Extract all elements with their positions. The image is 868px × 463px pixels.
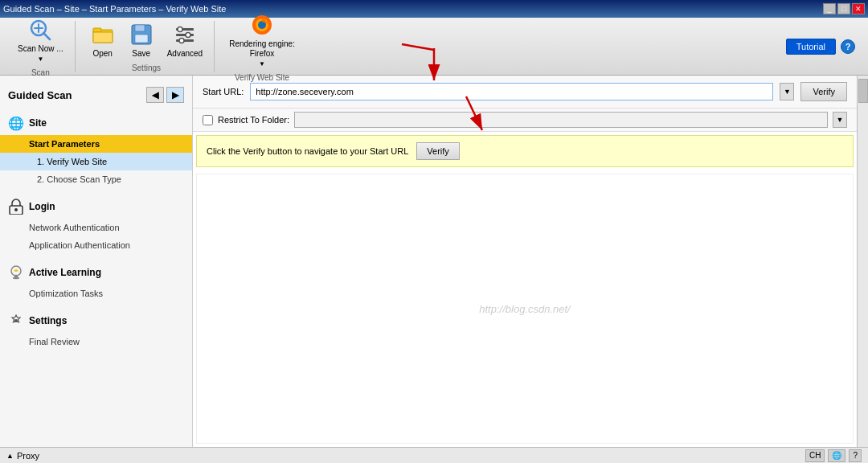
login-icon [8,199,24,215]
open-label: Open [92,49,112,59]
login-section-header: Login [0,195,192,219]
scan-now-label: Scan Now ...▼ [18,44,63,64]
svg-rect-5 [93,28,101,32]
scan-group-label: Scan [31,68,50,77]
sidebar: Guided Scan ◀ ▶ 🌐 Site Start Parameters … [0,76,193,447]
active-learning-section-header: Active Learning [0,260,192,285]
save-icon [129,22,154,47]
save-label: Save [132,49,150,59]
scan-now-button[interactable]: Scan Now ...▼ [13,15,68,65]
url-input[interactable] [250,83,773,100]
maximize-button[interactable]: □ [837,3,850,14]
svg-line-1 [43,33,50,39]
open-icon [90,22,116,47]
verify-group-label: Verify Web Site [235,73,289,82]
advanced-button[interactable]: Advanced [162,20,207,60]
proxy-bar: ▲ Proxy CH 🌐 ? [0,447,868,463]
status-bar-right: CH 🌐 ? [805,449,862,462]
settings-group-label: Settings [132,64,161,72]
proxy-arrow-icon: ▲ [6,452,14,460]
optimization-tasks-item[interactable]: Optimization Tasks [0,285,192,302]
title-bar-buttons: _ □ ✕ [823,3,865,14]
settings-group: Open Save [79,21,215,72]
svg-point-24 [14,319,18,322]
svg-point-15 [179,39,184,43]
verify-inline-button[interactable]: Verify [416,142,460,160]
status-ch: CH [805,449,825,462]
svg-rect-9 [135,35,148,43]
main-container: Guided Scan ◀ ▶ 🌐 Site Start Parameters … [0,76,868,447]
vertical-scrollbar[interactable] [857,76,868,447]
restrict-label: Restrict To Folder: [218,115,289,125]
restrict-row: Restrict To Folder: ▼ [193,109,857,132]
active-learning-section: Active Learning Optimization Tasks [0,257,192,305]
content-row: Start URL: ▼ Verify Restrict To Folder: … [193,76,868,447]
tutorial-button[interactable]: Tutorial [786,39,836,55]
firefox-icon [249,12,275,38]
verify-group: Rendering engine:Firefox▼ Verify Web Sit… [218,21,306,72]
choose-scan-type-item[interactable]: 2. Choose Scan Type [0,170,192,188]
url-dropdown-button[interactable]: ▼ [780,83,794,100]
verify-top-button[interactable]: Verify [800,82,847,101]
active-learning-label: Active Learning [29,267,101,278]
final-review-item[interactable]: Final Review [0,333,192,350]
browser-watermark: http://blog.csdn.net/ [479,303,570,315]
svg-point-13 [178,27,182,32]
title-bar: Guided Scan – Site – Start Parameters – … [0,0,868,18]
toolbar: Scan Now ...▼ Scan Open [0,18,868,76]
status-help: ? [849,449,862,462]
url-label: Start URL: [203,87,244,96]
guided-scan-title: Guided Scan [8,89,72,101]
sidebar-header: Guided Scan ◀ ▶ [0,82,192,108]
site-section-header: 🌐 Site [0,111,192,135]
network-auth-item[interactable]: Network Authentication [0,219,192,236]
site-icon: 🌐 [8,115,24,131]
help-button[interactable]: ? [841,39,855,54]
scan-group: Scan Now ...▼ Scan [6,21,76,72]
proxy-label: Proxy [17,451,39,461]
save-button[interactable]: Save [124,20,159,60]
svg-point-20 [14,208,18,211]
minimize-button[interactable]: _ [823,3,836,14]
login-label: Login [29,201,55,212]
svg-rect-23 [13,277,19,279]
site-section: 🌐 Site Start Parameters 1. Verify Web Si… [0,108,192,191]
advanced-icon [172,22,198,47]
svg-rect-6 [93,32,113,43]
nav-forward-button[interactable]: ▶ [166,87,184,103]
restrict-dropdown-button[interactable]: ▼ [833,112,847,128]
nav-back-button[interactable]: ◀ [146,87,164,103]
info-text: Click the Verify button to navigate to y… [207,146,408,156]
info-bar: Click the Verify button to navigate to y… [196,135,854,167]
status-globe: 🌐 [828,449,845,462]
scrollbar-thumb[interactable] [858,79,868,103]
scan-now-icon [27,17,53,43]
close-button[interactable]: ✕ [852,3,865,14]
restrict-checkbox[interactable] [203,115,213,125]
restrict-input[interactable] [294,112,828,128]
svg-rect-8 [135,25,145,31]
start-parameters-item[interactable]: Start Parameters [0,135,192,153]
svg-point-14 [186,33,190,38]
top-right-area: Tutorial ? [786,39,855,55]
nav-arrows: ◀ ▶ [146,87,184,103]
url-bar-area: Start URL: ▼ Verify [193,76,857,109]
settings-icon [8,313,24,329]
open-button[interactable]: Open [85,20,121,60]
settings-section-header: Settings [0,309,192,333]
content-area: Start URL: ▼ Verify Restrict To Folder: … [193,76,857,447]
settings-label: Settings [29,315,67,326]
active-learning-icon [8,264,24,281]
rendering-engine-button[interactable]: Rendering engine:Firefox▼ [224,10,300,70]
title-bar-text: Guided Scan – Site – Start Parameters – … [3,4,823,14]
app-auth-item[interactable]: Application Authentication [0,236,192,254]
verify-web-site-item[interactable]: 1. Verify Web Site [0,153,192,170]
settings-section: Settings Final Review [0,305,192,354]
advanced-label: Advanced [167,49,203,59]
site-label: Site [29,117,47,129]
rendering-engine-label: Rendering engine:Firefox▼ [229,39,295,68]
login-section: Login Network Authentication Application… [0,191,192,257]
browser-area: http://blog.csdn.net/ [196,174,854,444]
